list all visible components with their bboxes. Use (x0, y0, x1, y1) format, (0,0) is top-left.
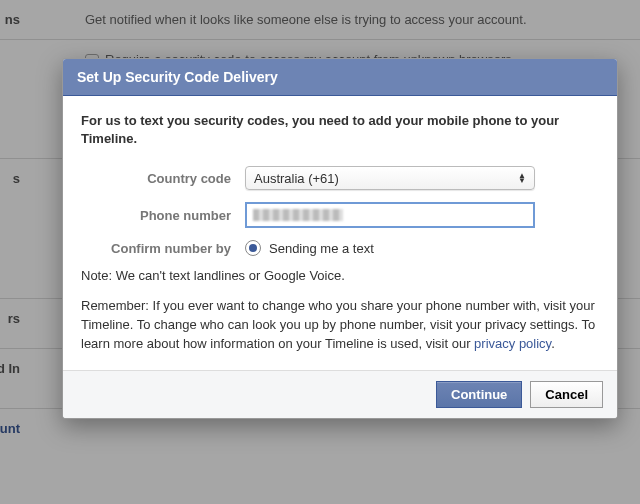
select-arrows-icon: ▲▼ (518, 173, 526, 183)
phone-number-label: Phone number (81, 208, 245, 223)
dialog-title: Set Up Security Code Delivery (63, 59, 617, 96)
phone-number-input[interactable] (245, 202, 535, 228)
dialog-intro: For us to text you security codes, you n… (81, 112, 599, 148)
continue-button[interactable]: Continue (436, 381, 522, 408)
confirm-text-option-label: Sending me a text (269, 241, 374, 256)
privacy-policy-link[interactable]: privacy policy (474, 336, 551, 351)
phone-number-value (253, 209, 343, 221)
country-code-select[interactable]: Australia (+61) ▲▼ (245, 166, 535, 190)
confirm-by-label: Confirm number by (81, 241, 245, 256)
cancel-button[interactable]: Cancel (530, 381, 603, 408)
remember-text: Remember: If you ever want to change who… (81, 297, 599, 354)
radio-dot-icon (249, 244, 257, 252)
landline-note: Note: We can't text landlines or Google … (81, 268, 599, 283)
dialog-footer: Continue Cancel (63, 370, 617, 418)
confirm-text-radio[interactable] (245, 240, 261, 256)
country-code-value: Australia (+61) (254, 171, 339, 186)
security-code-dialog: Set Up Security Code Delivery For us to … (62, 58, 618, 419)
country-code-label: Country code (81, 171, 245, 186)
